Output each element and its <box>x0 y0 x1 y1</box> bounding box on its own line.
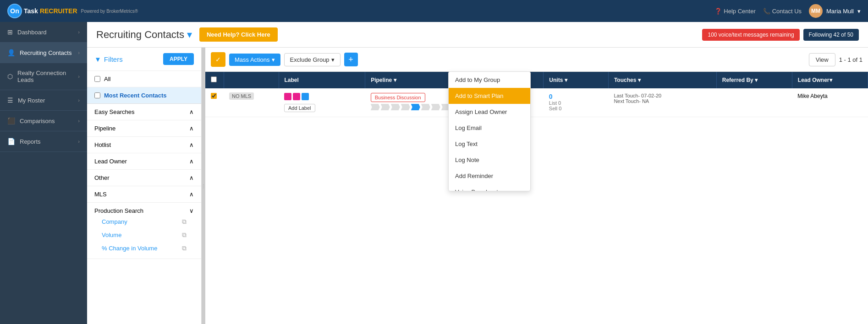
sidebar-item-recruiting-contacts[interactable]: 👤 Recruiting Contacts › <box>0 43 87 63</box>
units-sell: Sell 0 <box>549 106 603 111</box>
contact-us-link[interactable]: 📞 Contact Us <box>763 8 802 15</box>
page-header: Recruiting Contacts ▾ Need Help? Click H… <box>87 22 868 48</box>
page-title-dropdown-icon[interactable]: ▾ <box>187 29 192 41</box>
toolbar-right: View 1 - 1 of 1 <box>809 53 863 66</box>
all-checkbox[interactable] <box>94 76 100 82</box>
filter-section-hotlist[interactable]: Hotlist ∧ <box>87 137 201 153</box>
filter-sub-company[interactable]: Company ⧉ <box>94 214 194 227</box>
roster-icon: ☰ <box>7 97 13 104</box>
col-referred-by[interactable]: Referred By ▾ <box>716 72 792 88</box>
color-dot-3 <box>302 93 309 100</box>
menu-item-log-text[interactable]: Log Text <box>449 136 530 152</box>
chevron-right-icon-5: › <box>78 118 80 124</box>
sidebar-item-realty-connection-leads[interactable]: ⬡ Realty Connection Leads › <box>0 63 87 90</box>
exclude-group-dropdown-icon: ▾ <box>331 56 335 63</box>
view-button[interactable]: View <box>809 53 835 66</box>
sub-content: ▼ Filters APPLY All Most Recent Contacts… <box>87 48 868 324</box>
pipeline-chevron-icon: ∧ <box>189 125 194 132</box>
filter-section-mls[interactable]: MLS ∧ <box>87 186 201 203</box>
mass-actions-label: Mass Actions <box>235 56 270 63</box>
add-button[interactable]: + <box>344 53 358 66</box>
cell-checkbox[interactable] <box>205 88 224 117</box>
toolbar: ✓ Mass Actions ▾ Exclude Group ▾ + View … <box>205 48 868 72</box>
lead-owner-chevron-icon: ∧ <box>189 158 194 165</box>
header-checkbox[interactable] <box>211 76 217 82</box>
most-recent-label: Most Recent Contacts <box>104 92 167 99</box>
realty-icon: ⬡ <box>7 73 13 80</box>
next-touch: Next Touch- NA <box>614 98 711 104</box>
cell-mls: NO MLS <box>224 88 279 117</box>
filter-all-option[interactable]: All <box>87 71 201 87</box>
cell-label: Add Label <box>279 88 365 117</box>
arrow-4 <box>401 104 410 110</box>
filter-sub-volume[interactable]: Volume ⧉ <box>94 227 194 241</box>
filter-section-easy-searches[interactable]: Easy Searches ∧ <box>87 104 201 120</box>
chevron-right-icon-3: › <box>78 74 80 79</box>
help-center-label: Help Center <box>724 8 755 15</box>
filter-saved-most-recent[interactable]: Most Recent Contacts <box>87 87 201 104</box>
add-label-button[interactable]: Add Label <box>284 104 315 112</box>
sidebar-reports-label: Reports <box>20 138 41 145</box>
most-recent-checkbox[interactable] <box>94 92 100 98</box>
apply-filter-button[interactable]: APPLY <box>163 53 194 65</box>
mass-actions-button[interactable]: Mass Actions ▾ <box>229 54 280 66</box>
col-name[interactable] <box>224 72 279 88</box>
arrow-3 <box>391 104 400 110</box>
menu-item-add-reminder[interactable]: Add Reminder <box>449 168 530 184</box>
data-table: Label Pipeline ▾ Volume ▾ Units ▾ Touche… <box>205 72 868 324</box>
menu-item-log-email[interactable]: Log Email <box>449 120 530 136</box>
filter-section-other[interactable]: Other ∧ <box>87 170 201 186</box>
sidebar-item-reports[interactable]: 📄 Reports › <box>0 131 87 152</box>
pagination-info: 1 - 1 of 1 <box>839 56 863 63</box>
mls-label: MLS <box>94 191 107 198</box>
easy-searches-label: Easy Searches <box>94 108 134 115</box>
color-dot-2 <box>293 93 300 100</box>
filter-section-pipeline[interactable]: Pipeline ∧ <box>87 120 201 137</box>
col-units[interactable]: Units ▾ <box>544 72 609 88</box>
chevron-right-icon-4: › <box>78 97 80 103</box>
arrow-1 <box>371 104 380 110</box>
top-navigation: On Task RECRUITER Powered by BrokerMetri… <box>0 0 868 22</box>
menu-item-add-to-my-group[interactable]: Add to My Group <box>449 72 530 88</box>
user-menu[interactable]: MM Maria Mull ▾ <box>809 4 861 18</box>
production-search-header[interactable]: Production Search ∨ <box>94 207 194 214</box>
filter-icon: ▼ <box>94 55 101 63</box>
sidebar-comparisons-label: Comparisons <box>20 118 55 124</box>
select-all-button[interactable]: ✓ <box>211 52 225 67</box>
menu-item-assign-lead-owner[interactable]: Assign Lead Owner <box>449 104 530 120</box>
production-search-chevron-icon: ∨ <box>189 207 194 214</box>
logo-recruiter-text: RECRUITER <box>40 7 77 15</box>
col-lead-owner[interactable]: Lead Owner▾ <box>792 72 868 88</box>
menu-item-voice-broadcast[interactable]: Voice Broadcast <box>449 184 530 191</box>
page-title: Recruiting Contacts ▾ <box>96 29 192 41</box>
help-center-link[interactable]: ❓ Help Center <box>714 8 755 15</box>
header-badges: 100 voice/text messages remaining Follow… <box>702 29 859 41</box>
mls-chevron-icon: ∧ <box>189 191 194 198</box>
arrow-5 <box>411 104 420 110</box>
col-touches[interactable]: Touches ▾ <box>608 72 716 88</box>
following-badge[interactable]: Following 42 of 50 <box>803 29 859 41</box>
filter-title-text: Filters <box>104 55 123 63</box>
label-color-dots <box>284 93 360 100</box>
color-dot-1 <box>284 93 291 100</box>
sidebar-item-dashboard[interactable]: ⊞ Dashboard › <box>0 22 87 43</box>
cell-referred-by <box>716 88 792 117</box>
filter-section-lead-owner[interactable]: Lead Owner ∧ <box>87 153 201 170</box>
menu-item-add-to-smart-plan[interactable]: Add to Smart Plan <box>449 88 530 104</box>
filter-title: ▼ Filters <box>94 55 123 63</box>
col-label[interactable]: Label <box>279 72 365 88</box>
sidebar-item-my-roster[interactable]: ☰ My Roster › <box>0 90 87 111</box>
contact-us-label: Contact Us <box>772 8 802 15</box>
help-button[interactable]: Need Help? Click Here <box>199 27 278 42</box>
pipeline-status-badge: Business Discussion <box>371 93 425 102</box>
row-checkbox[interactable] <box>211 93 217 99</box>
logo-icon: On <box>7 4 22 18</box>
sidebar-realty-label: Realty Connection Leads <box>17 70 78 83</box>
exclude-group-button[interactable]: Exclude Group ▾ <box>284 53 341 66</box>
menu-item-log-note[interactable]: Log Note <box>449 152 530 168</box>
sidebar-item-comparisons[interactable]: ⬛ Comparisons › <box>0 111 87 131</box>
filter-sub-pct-change[interactable]: % Change in Volume ⧉ <box>94 241 194 254</box>
resize-handle[interactable]: ⋮ <box>202 48 205 324</box>
company-label: Company <box>102 218 127 225</box>
reports-icon: 📄 <box>7 138 15 145</box>
